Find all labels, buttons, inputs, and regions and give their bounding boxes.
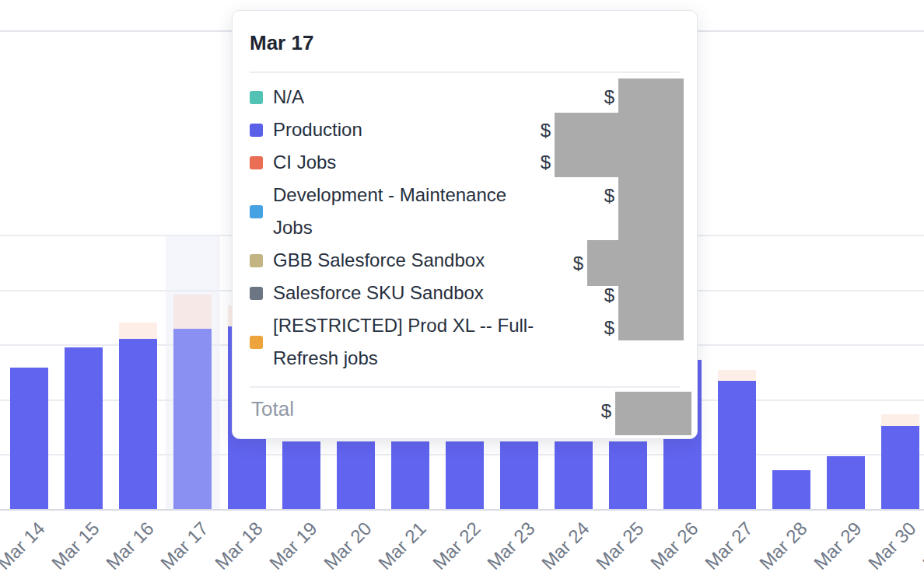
currency-symbol: $: [604, 284, 614, 307]
x-axis-label-mar-29: Mar 29: [810, 518, 866, 574]
legend-row: [RESTRICTED] Prod XL -- Full- Refresh jo…: [250, 309, 604, 375]
legend-swatch-icon: [250, 205, 263, 218]
legend-row: GBB Salesforce Sandbox: [250, 244, 604, 277]
legend-row-label: CI Jobs: [273, 146, 336, 179]
x-axis-label-mar-23: Mar 23: [483, 518, 540, 574]
tooltip-divider-bottom: [250, 386, 680, 388]
tooltip-divider-top: [250, 72, 680, 73]
x-axis-label-mar-30: Mar 30: [864, 518, 921, 574]
currency-symbol: $: [601, 399, 611, 423]
bar-ci-cap-mar-17[interactable]: [173, 295, 212, 329]
x-axis-label-mar-18: Mar 18: [211, 518, 268, 574]
legend-row-label: N/A: [273, 81, 304, 113]
cost-chart-screen: Mar 14Mar 15Mar 16Mar 17Mar 18Mar 19Mar …: [0, 0, 924, 586]
x-axis-label-mar-14: Mar 14: [0, 518, 49, 574]
bar-production-mar-16[interactable]: [119, 339, 157, 510]
x-axis-label-mar-15: Mar 15: [47, 518, 104, 574]
legend-swatch-icon: [250, 124, 263, 137]
legend-swatch-icon: [250, 254, 263, 267]
tooltip-total-label: Total: [251, 397, 294, 421]
legend-swatch-icon: [250, 156, 263, 169]
legend-row-label: Development - Maintenance Jobs: [273, 179, 506, 244]
x-axis-line: [0, 509, 924, 511]
currency-symbol: $: [541, 151, 551, 174]
x-axis-label-mar-21: Mar 21: [374, 518, 431, 574]
currency-symbol: $: [573, 252, 583, 275]
bar-production-mar-30[interactable]: [881, 426, 919, 510]
redacted-value-production-ci: [555, 113, 618, 177]
bar-production-mar-17[interactable]: [173, 329, 212, 510]
legend-row-label: Salesforce SKU Sandbox: [273, 277, 484, 309]
x-axis-label-mar-20: Mar 20: [320, 518, 376, 574]
x-axis-label-mar-19: Mar 19: [265, 518, 322, 574]
bar-production-mar-21[interactable]: [391, 441, 429, 510]
x-axis-label-mar-17: Mar 17: [156, 518, 213, 574]
chart-tooltip: Mar 17 N/AProductionCI JobsDevelopment -…: [232, 10, 698, 439]
bar-production-mar-27[interactable]: [718, 381, 756, 510]
currency-symbol: $: [604, 184, 614, 208]
bar-production-mar-24[interactable]: [555, 441, 593, 510]
x-axis-label-mar-26: Mar 26: [646, 518, 703, 574]
bar-ci-cap-mar-27[interactable]: [718, 370, 756, 381]
legend-swatch-icon: [250, 336, 263, 349]
bar-production-mar-25[interactable]: [609, 441, 647, 510]
legend-row: Development - Maintenance Jobs: [250, 179, 604, 244]
bar-production-mar-22[interactable]: [446, 441, 484, 510]
legend-row-label: [RESTRICTED] Prod XL -- Full- Refresh jo…: [273, 309, 534, 375]
legend-row: N/A: [250, 81, 604, 113]
legend-swatch-icon: [250, 287, 263, 300]
redacted-value-gbb: [587, 240, 618, 286]
legend-row: Salesforce SKU Sandbox: [250, 277, 604, 309]
x-axis-label-mar-28: Mar 28: [755, 518, 812, 574]
redacted-values-column: [618, 78, 684, 340]
bar-production-mar-28[interactable]: [772, 470, 810, 510]
bar-production-mar-29[interactable]: [827, 456, 865, 510]
x-axis-label-mar-22: Mar 22: [429, 518, 485, 574]
legend-row-label: GBB Salesforce Sandbox: [273, 244, 485, 277]
bar-production-mar-23[interactable]: [500, 441, 538, 510]
x-axis-label-mar-31: Mar 31: [919, 518, 924, 574]
x-axis-label-mar-24: Mar 24: [537, 518, 594, 574]
tooltip-title: Mar 17: [250, 31, 313, 55]
bar-production-mar-20[interactable]: [337, 441, 375, 510]
currency-symbol: $: [541, 119, 551, 142]
x-axis-label-mar-25: Mar 25: [592, 518, 649, 574]
bar-ci-cap-mar-16[interactable]: [119, 323, 157, 339]
x-axis-label-mar-27: Mar 27: [701, 518, 758, 574]
bar-ci-cap-mar-30[interactable]: [881, 414, 919, 426]
legend-swatch-icon: [250, 91, 263, 104]
x-axis-label-mar-16: Mar 16: [102, 518, 159, 574]
currency-symbol: $: [604, 316, 614, 340]
legend-row-label: Production: [273, 113, 362, 146]
bar-production-mar-19[interactable]: [282, 441, 320, 510]
redacted-value-total: [615, 392, 691, 435]
bar-production-mar-15[interactable]: [65, 347, 103, 510]
currency-symbol: $: [604, 85, 614, 109]
bar-production-mar-14[interactable]: [10, 368, 48, 510]
